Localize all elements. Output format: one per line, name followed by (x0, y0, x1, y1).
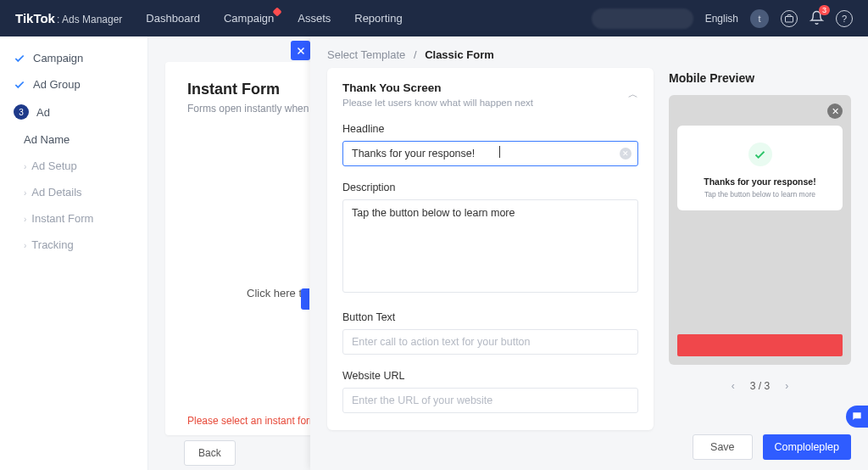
website-url-input[interactable] (342, 388, 638, 413)
check-icon (14, 53, 25, 64)
save-button[interactable]: Save (693, 434, 753, 460)
preview-description: Tap the button below to learn more (686, 190, 834, 199)
chevron-right-icon: › (24, 241, 26, 250)
phone-preview: ✕ Thanks for your response! Tap the butt… (669, 95, 851, 365)
step-number-badge: 3 (14, 104, 29, 120)
accordion-header[interactable]: Thank You Screen Please let users know w… (342, 81, 638, 108)
sidebar-sub-addetails[interactable]: ›Ad Details (0, 179, 147, 205)
logo: TikTok : Ads Manager (15, 11, 122, 25)
crumb-prev[interactable]: Select Template (327, 48, 405, 61)
preview-cta-button (677, 334, 843, 356)
partial-button[interactable] (301, 288, 309, 310)
preview-close-icon[interactable]: ✕ (827, 104, 843, 119)
account-switcher[interactable] (592, 8, 693, 29)
description-input[interactable] (342, 199, 638, 293)
crumb-separator: / (414, 48, 417, 61)
topbar: TikTok : Ads Manager Dashboard Campaign … (0, 0, 868, 36)
check-icon (14, 79, 25, 91)
crumb-current: Classic Form (425, 48, 494, 61)
close-icon (296, 46, 306, 56)
sidebar-sub-adsetup[interactable]: ›Ad Setup (0, 153, 147, 179)
nav-assets[interactable]: Assets (298, 12, 331, 25)
sidebar-sub-tracking[interactable]: ›Tracking (0, 232, 147, 258)
headline-input[interactable] (342, 141, 638, 166)
panel-footer: Save Comploleplep (693, 434, 851, 460)
clear-input-button[interactable]: ✕ (620, 148, 632, 159)
brand-name: TikTok (15, 11, 55, 25)
headline-label: Headline (342, 123, 638, 135)
preview-card: Thanks for your response! Tap the button… (677, 126, 843, 210)
briefcase-icon[interactable] (781, 10, 798, 27)
preview-pager: ‹ 3 / 3 › (669, 378, 851, 394)
description-label: Description (342, 182, 638, 193)
pager-prev[interactable]: ‹ (728, 378, 738, 394)
topbar-right: English t 3 ? (592, 8, 853, 29)
chevron-right-icon: › (24, 162, 26, 171)
language-selector[interactable]: English (705, 13, 738, 25)
nav-dashboard[interactable]: Dashboard (146, 12, 200, 25)
sidebar: Campaign Ad Group 3 Ad Ad Name ›Ad Setup… (0, 36, 148, 470)
pager-status: 3 / 3 (750, 380, 770, 392)
bell-icon[interactable]: 3 (810, 10, 824, 27)
chat-icon (851, 411, 863, 422)
form-column: Thank You Screen Please let users know w… (327, 68, 654, 430)
section-title: Thank You Screen (342, 81, 533, 94)
notification-dot-icon (273, 7, 282, 16)
sidebar-sub-instantform[interactable]: ›Instant Form (0, 205, 147, 232)
floating-help-button[interactable] (846, 406, 868, 428)
back-button[interactable]: Back (184, 440, 236, 466)
text-cursor-icon (499, 146, 500, 158)
chevron-up-icon: ︿ (628, 87, 638, 102)
preview-title: Mobile Preview (669, 71, 851, 85)
sidebar-step-campaign[interactable]: Campaign (0, 45, 147, 71)
chevron-right-icon: › (24, 188, 26, 198)
help-icon[interactable]: ? (836, 10, 853, 27)
sidebar-step-ad[interactable]: 3 Ad (0, 98, 147, 126)
bell-count: 3 (819, 5, 830, 15)
svg-rect-0 (786, 16, 793, 22)
top-nav: Dashboard Campaign Assets Reporting (146, 12, 402, 25)
nav-reporting[interactable]: Reporting (354, 12, 402, 25)
success-check-icon (748, 143, 772, 166)
pager-next[interactable]: › (782, 378, 792, 394)
breadcrumb: Select Template / Classic Form (310, 36, 868, 68)
complete-button[interactable]: Comploleplep (763, 434, 851, 460)
nav-campaign[interactable]: Campaign (224, 12, 274, 25)
brand-sub: : Ads Manager (57, 14, 122, 25)
sidebar-sub-adname[interactable]: Ad Name (0, 126, 147, 153)
button-text-label: Button Text (342, 311, 638, 323)
preview-column: Mobile Preview ✕ Thanks for your respons… (669, 68, 851, 430)
button-text-input[interactable] (342, 329, 638, 355)
close-panel-button[interactable] (291, 41, 310, 60)
url-label: Website URL (342, 370, 638, 382)
section-subtitle: Please let users know what will happen n… (342, 98, 533, 108)
headline-input-wrap: ✕ (342, 141, 638, 166)
form-editor-panel: Select Template / Classic Form Thank You… (310, 36, 868, 470)
avatar[interactable]: t (750, 9, 769, 28)
chevron-right-icon: › (24, 215, 26, 224)
preview-headline: Thanks for your response! (686, 176, 834, 187)
sidebar-step-adgroup[interactable]: Ad Group (0, 71, 147, 98)
